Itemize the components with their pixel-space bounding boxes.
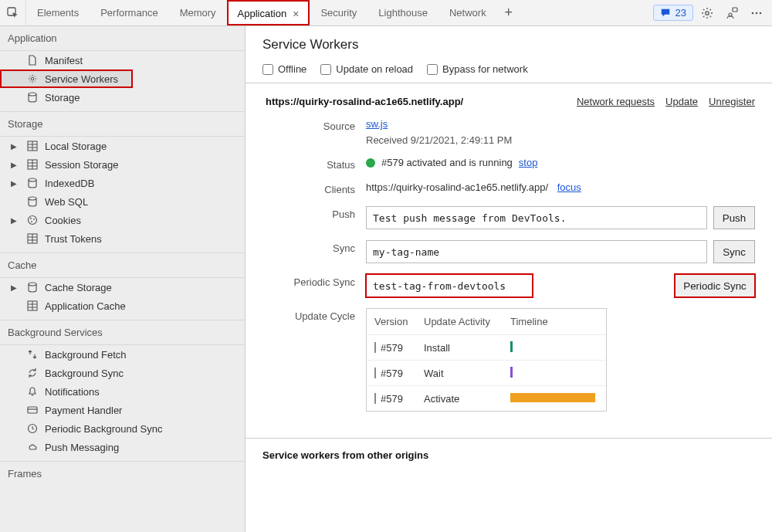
sidebar-item-periodic-background-sync[interactable]: Periodic Background Sync xyxy=(0,419,245,438)
sidebar-item-storage[interactable]: Storage xyxy=(0,88,245,107)
sidebar-item-service-workers[interactable]: Service Workers xyxy=(0,69,133,88)
document-icon xyxy=(26,54,39,66)
close-icon[interactable]: × xyxy=(293,8,299,20)
sidebar-item-websql[interactable]: Web SQL xyxy=(0,192,245,211)
received-timestamp: Received 9/21/2021, 2:49:11 PM xyxy=(366,134,755,146)
sync-button[interactable]: Sync xyxy=(713,240,755,263)
sidebar-item-indexeddb[interactable]: ▶IndexedDB xyxy=(0,174,245,192)
sidebar-section-background-services: Background Services xyxy=(0,320,245,345)
source-file-link[interactable]: sw.js xyxy=(366,118,755,130)
person-feedback-icon xyxy=(726,7,738,19)
cycle-row: #579 Activate xyxy=(367,385,606,411)
timeline-bar xyxy=(510,393,595,402)
svg-point-7 xyxy=(31,77,34,80)
tab-memory[interactable]: Memory xyxy=(169,0,227,25)
update-link[interactable]: Update xyxy=(665,96,698,107)
sidebar-item-notifications[interactable]: Notifications xyxy=(0,382,245,401)
periodic-sync-label: Periodic Sync xyxy=(266,274,366,288)
sidebar-item-background-fetch[interactable]: Background Fetch xyxy=(0,345,245,364)
svg-point-4 xyxy=(752,12,754,14)
status-label: Status xyxy=(266,157,366,171)
expand-icon: ▶ xyxy=(11,179,17,188)
sidebar-item-application-cache[interactable]: Application Cache xyxy=(0,296,245,315)
update-cycle-table: Version Update Activity Timeline #579 In… xyxy=(366,308,607,412)
clock-icon xyxy=(26,422,39,435)
svg-point-15 xyxy=(33,219,35,220)
database-icon xyxy=(26,91,39,103)
expand-icon: ▶ xyxy=(11,216,17,225)
origin-url: https://quirky-rosalind-ac1e65.netlify.a… xyxy=(266,96,463,107)
stop-link[interactable]: stop xyxy=(519,157,538,168)
svg-point-1 xyxy=(706,11,709,14)
client-url: https://quirky-rosalind-ac1e65.netlify.a… xyxy=(366,181,548,193)
offline-checkbox[interactable]: Offline xyxy=(262,63,306,75)
expand-icon: ▶ xyxy=(11,142,17,151)
unregister-link[interactable]: Unregister xyxy=(709,96,755,107)
expand-icon: ▶ xyxy=(11,161,17,169)
database-icon xyxy=(26,195,39,208)
focus-link[interactable]: focus xyxy=(557,181,581,193)
svg-point-13 xyxy=(29,216,37,225)
grid-icon xyxy=(26,158,39,171)
push-input[interactable] xyxy=(366,206,707,229)
sidebar-item-payment-handler[interactable]: Payment Handler xyxy=(0,401,245,419)
page-title: Service Workers xyxy=(262,37,755,53)
status-dot-icon xyxy=(366,158,375,168)
tab-performance[interactable]: Performance xyxy=(90,0,168,25)
network-requests-link[interactable]: Network requests xyxy=(577,96,655,107)
feedback-button[interactable] xyxy=(721,2,743,24)
tick-icon xyxy=(374,342,376,353)
sidebar-section-cache: Cache xyxy=(0,252,245,278)
sidebar-item-background-sync[interactable]: Background Sync xyxy=(0,364,245,382)
cycle-row: #579 Install xyxy=(367,334,606,360)
application-sidebar: Application Manifest Service Workers Sto… xyxy=(0,26,245,532)
card-icon xyxy=(26,404,39,416)
sidebar-item-cookies[interactable]: ▶Cookies xyxy=(0,211,245,229)
tab-application[interactable]: Application × xyxy=(227,0,310,25)
sync-label: Sync xyxy=(266,240,366,254)
toolbar-right: 23 xyxy=(648,2,772,24)
service-worker-origin-block: https://quirky-rosalind-ac1e65.netlify.a… xyxy=(245,83,772,439)
database-icon xyxy=(26,177,39,189)
sidebar-item-push-messaging[interactable]: Push Messaging xyxy=(0,438,245,456)
inspect-element-button[interactable] xyxy=(0,0,26,26)
issues-badge[interactable]: 23 xyxy=(653,5,693,21)
svg-point-11 xyxy=(29,178,36,181)
tab-elements[interactable]: Elements xyxy=(26,0,90,25)
database-icon xyxy=(26,281,39,293)
periodic-sync-input[interactable] xyxy=(366,274,533,297)
sync-icon xyxy=(26,367,39,379)
settings-button[interactable] xyxy=(696,2,718,24)
svg-point-8 xyxy=(29,93,36,96)
sidebar-item-local-storage[interactable]: ▶Local Storage xyxy=(0,137,245,155)
svg-point-6 xyxy=(760,12,762,14)
source-label: Source xyxy=(266,118,366,132)
tick-icon xyxy=(374,368,376,378)
more-menu-button[interactable] xyxy=(746,2,767,24)
status-text: #579 activated and is running xyxy=(381,157,513,168)
fetch-icon xyxy=(26,348,39,361)
sidebar-item-trust-tokens[interactable]: Trust Tokens xyxy=(0,229,245,248)
tab-security[interactable]: Security xyxy=(310,0,367,25)
svg-point-5 xyxy=(756,12,758,14)
expand-icon: ▶ xyxy=(11,283,17,292)
push-button[interactable]: Push xyxy=(713,206,755,229)
content-pane: Service Workers Offline Update on reload… xyxy=(245,26,772,532)
tab-strip: Elements Performance Memory Application … xyxy=(26,0,648,25)
timeline-bar xyxy=(510,367,513,378)
tab-lighthouse[interactable]: Lighthouse xyxy=(367,0,438,25)
sidebar-item-session-storage[interactable]: ▶Session Storage xyxy=(0,155,245,174)
tab-network[interactable]: Network xyxy=(438,0,497,25)
sync-input[interactable] xyxy=(366,240,707,263)
sidebar-item-cache-storage[interactable]: ▶Cache Storage xyxy=(0,278,245,296)
timeline-bar xyxy=(510,341,513,352)
bypass-for-network-checkbox[interactable]: Bypass for network xyxy=(427,63,528,75)
push-label: Push xyxy=(266,206,366,220)
sidebar-section-application: Application xyxy=(0,26,245,51)
update-on-reload-checkbox[interactable]: Update on reload xyxy=(320,63,413,75)
periodic-sync-button[interactable]: Periodic Sync xyxy=(675,274,755,297)
content-header: Service Workers Offline Update on reload… xyxy=(245,26,772,83)
more-tabs-button[interactable]: + xyxy=(497,5,520,21)
sidebar-item-manifest[interactable]: Manifest xyxy=(0,51,245,69)
svg-rect-3 xyxy=(733,8,737,12)
